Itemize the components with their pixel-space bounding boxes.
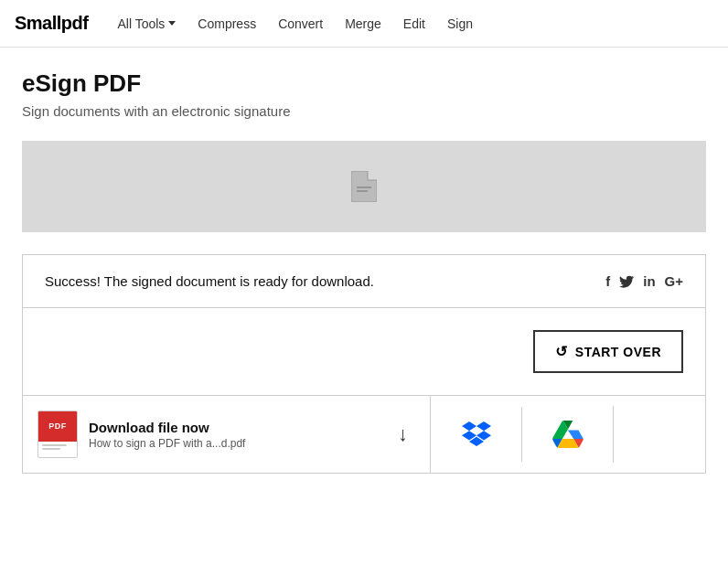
linkedin-share[interactable]: in: [643, 273, 655, 289]
success-top-row: Success! The signed document is ready fo…: [23, 255, 705, 308]
page-title: eSign PDF: [22, 69, 706, 98]
nav-edit[interactable]: Edit: [403, 16, 425, 31]
nav-convert[interactable]: Convert: [278, 16, 323, 31]
extra-cloud-slot: [614, 420, 705, 449]
dropbox-icon: [462, 421, 491, 447]
download-arrow-icon[interactable]: ↓: [398, 422, 408, 446]
file-icon: [351, 171, 377, 202]
logo[interactable]: Smallpdf: [15, 13, 88, 34]
twitter-share[interactable]: [619, 275, 634, 288]
upload-area[interactable]: [22, 141, 706, 232]
page-subtitle: Sign documents with an electronic signat…: [22, 103, 706, 119]
google-drive-button[interactable]: [522, 406, 614, 463]
start-over-button[interactable]: ↺ START OVER: [533, 330, 683, 373]
success-message: Success! The signed document is ready fo…: [45, 273, 374, 289]
start-over-area: ↺ START OVER: [23, 308, 705, 396]
main-content: eSign PDF Sign documents with an electro…: [7, 48, 721, 474]
download-main[interactable]: PDF Download file now How to sign a PDF …: [23, 396, 431, 473]
navbar: Smallpdf All Tools Compress Convert Merg…: [0, 0, 728, 48]
nav-merge[interactable]: Merge: [345, 16, 381, 31]
googleplus-share[interactable]: G+: [665, 273, 683, 289]
nav-compress[interactable]: Compress: [198, 16, 256, 31]
download-file-icon: PDF: [37, 411, 78, 458]
svg-rect-2: [368, 171, 377, 180]
dropbox-button[interactable]: [431, 407, 522, 462]
download-info: Download file now How to sign a PDF with…: [89, 420, 380, 450]
upload-icon: [351, 171, 377, 202]
download-title: Download file now: [89, 420, 380, 435]
social-icons: f in G+: [605, 273, 683, 289]
nav-sign[interactable]: Sign: [447, 16, 473, 31]
google-drive-icon: [552, 421, 583, 448]
download-row: PDF Download file now How to sign a PDF …: [23, 396, 705, 473]
download-subtitle: How to sign a PDF with a...d.pdf: [89, 437, 380, 450]
refresh-icon: ↺: [555, 343, 568, 360]
chevron-down-icon: [168, 21, 176, 26]
facebook-share[interactable]: f: [605, 273, 610, 289]
twitter-icon: [619, 275, 634, 288]
success-box: Success! The signed document is ready fo…: [22, 254, 706, 474]
nav-all-tools[interactable]: All Tools: [117, 16, 176, 31]
